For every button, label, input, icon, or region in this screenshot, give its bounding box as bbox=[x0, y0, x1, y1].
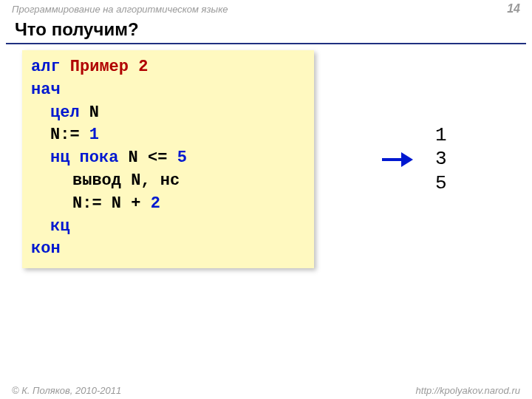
code-text: + bbox=[121, 194, 151, 213]
algorithm-name: Пример 2 bbox=[61, 58, 149, 76]
output-column: 1 3 5 bbox=[381, 123, 447, 196]
page-title: Что получим? bbox=[0, 16, 532, 43]
number-literal: 5 bbox=[177, 149, 187, 167]
subject-label: Программирование на алгоритмическом язык… bbox=[12, 4, 228, 15]
code-line: кон bbox=[31, 238, 305, 261]
code-text: N:= N bbox=[72, 194, 121, 213]
code-line: кц bbox=[31, 216, 305, 239]
page-number: 14 bbox=[507, 2, 520, 16]
code-box: алг Пример 2 нач цел N N:= 1 нц пока N <… bbox=[22, 50, 314, 268]
code-text: N:= bbox=[50, 126, 89, 144]
number-literal: 1 bbox=[89, 126, 99, 144]
arrow-right-icon bbox=[381, 150, 413, 169]
keyword: нач bbox=[31, 81, 61, 99]
code-text: N bbox=[80, 103, 99, 122]
keyword: кон bbox=[31, 239, 61, 258]
code-line: цел N bbox=[31, 102, 305, 125]
keyword: цел bbox=[50, 103, 80, 122]
svg-marker-1 bbox=[401, 152, 413, 167]
code-line: нач bbox=[31, 79, 305, 102]
code-line: вывод N, нс bbox=[31, 170, 305, 193]
code-line: алг Пример 2 bbox=[31, 56, 305, 79]
code-line: N:= 1 bbox=[31, 124, 305, 147]
code-line: нц пока N <= 5 bbox=[31, 147, 305, 170]
footer: © К. Поляков, 2010-2011 http://kpolyakov… bbox=[0, 385, 532, 396]
footer-url: http://kpolyakov.narod.ru bbox=[416, 385, 520, 396]
program-output: 1 3 5 bbox=[435, 123, 447, 196]
keyword: алг bbox=[31, 58, 61, 76]
keyword: нц пока bbox=[50, 149, 118, 167]
code-text: вывод N, нс bbox=[72, 171, 180, 190]
copyright: © К. Поляков, 2010-2011 bbox=[12, 385, 121, 396]
code-line: N:= N + 2 bbox=[31, 193, 305, 216]
code-text: N <= bbox=[118, 149, 177, 167]
number-literal: 2 bbox=[151, 194, 160, 213]
content-row: алг Пример 2 нач цел N N:= 1 нц пока N <… bbox=[0, 50, 532, 268]
title-divider bbox=[6, 43, 526, 44]
top-bar: Программирование на алгоритмическом язык… bbox=[0, 0, 532, 16]
keyword: кц bbox=[50, 217, 69, 236]
